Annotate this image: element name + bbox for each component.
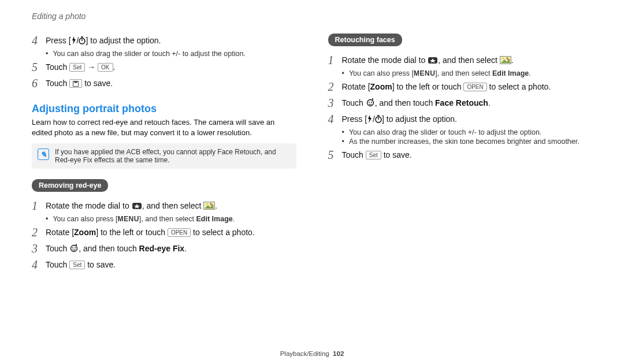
t: Face Retouch <box>435 98 488 107</box>
text: . <box>113 62 116 72</box>
step-text: Rotate [Zoom] to the left or touch OPEN … <box>46 225 255 239</box>
timer-icon <box>79 36 86 44</box>
step-5: 5 Touch Set to save. <box>328 148 593 162</box>
t: Red-eye Fix <box>139 244 185 253</box>
text: Touch <box>46 260 69 269</box>
step-text: Rotate the mode dial to , and then selec… <box>342 53 514 66</box>
save-key <box>69 79 82 88</box>
svg-point-19 <box>367 100 373 106</box>
text: to save. <box>85 260 116 269</box>
text: You can also press [MENU], and then sele… <box>53 215 235 223</box>
step-text: Rotate [Zoom] to the left or touch OPEN … <box>342 80 551 93</box>
note-box: ✎ If you have applied the ACB effect, yo… <box>32 143 296 169</box>
step-4b: 4 Touch Set to save. <box>32 258 296 272</box>
step-number: 4 <box>328 112 336 126</box>
mode-icon <box>428 56 438 64</box>
left-column: 4 Press [/] to adjust the option. You ca… <box>32 31 296 274</box>
svg-marker-22 <box>368 115 372 123</box>
t: . <box>233 215 235 223</box>
step-3: 3 Touch , and then touch Face Retouch. <box>328 96 593 110</box>
footer-section: Playback/Editing <box>280 350 329 357</box>
step-number: 2 <box>32 225 40 239</box>
text: ] to adjust the option. <box>86 36 161 45</box>
bullet: You can also drag the slider or touch +/… <box>46 50 296 58</box>
text: As the number increases, the skin tone b… <box>349 138 580 146</box>
edit-thumbnail-icon <box>500 56 511 64</box>
svg-marker-0 <box>72 36 76 44</box>
text: , and then touch <box>79 244 139 253</box>
step-text: Press [/] to adjust the option. <box>342 112 457 125</box>
step-number: 4 <box>32 34 40 47</box>
edit-thumbnail-icon <box>203 202 215 210</box>
breadcrumb: Editing a photo <box>32 12 592 21</box>
svg-rect-5 <box>75 81 77 83</box>
text: . <box>184 244 187 253</box>
subsection-tag: Retouching faces <box>328 34 402 46</box>
step-text: Press [/] to adjust the option. <box>46 34 161 47</box>
mode-icon <box>132 202 142 210</box>
text: Rotate [ <box>46 228 74 237</box>
text: Touch <box>342 150 366 159</box>
bullet: As the number increases, the skin tone b… <box>342 138 593 146</box>
text: You can also press [MENU], and then sele… <box>349 69 531 77</box>
note-text: If you have applied the ACB effect, you … <box>55 148 291 164</box>
text: . <box>488 98 491 107</box>
two-column-layout: 4 Press [/] to adjust the option. You ca… <box>32 31 592 274</box>
set-key: Set <box>69 63 85 72</box>
step-4: 4 Press [/] to adjust the option. <box>328 112 593 126</box>
bullet: You can also press [MENU], and then sele… <box>46 215 296 223</box>
step-5: 5 Touch Set → OK. <box>32 60 296 74</box>
note-icon: ✎ <box>38 148 49 160</box>
text: ] to the left or touch <box>392 82 464 91</box>
step-4: 4 Press [/] to adjust the option. <box>32 34 296 47</box>
text: Touch <box>46 244 69 253</box>
page-footer: Playback/Editing 102 <box>0 350 624 357</box>
right-column: Retouching faces 1 Rotate the mode dial … <box>328 31 593 274</box>
bullet: You can also press [MENU], and then sele… <box>342 69 593 77</box>
svg-point-12 <box>72 247 73 248</box>
text: to select a photo. <box>487 82 551 91</box>
open-key: OPEN <box>168 228 191 237</box>
text: Press [ <box>46 36 71 45</box>
subsection-tag: Removing red-eye <box>32 179 108 192</box>
step-number: 2 <box>328 80 336 94</box>
section-heading: Adjusting portrait photos <box>32 103 296 115</box>
t: ], and then select <box>435 69 492 77</box>
timer-icon <box>375 115 382 123</box>
step-text: Touch Set to save. <box>342 148 412 161</box>
step-text: Touch , and then touch Face Retouch. <box>342 96 491 109</box>
t: Zoom <box>74 228 96 237</box>
text: Rotate [ <box>342 82 370 91</box>
step-3: 3 Touch , and then touch Red-eye Fix. <box>32 242 296 255</box>
bullet: You can also drag the slider or touch +/… <box>342 128 593 136</box>
text: , and then select <box>438 55 500 65</box>
svg-point-20 <box>369 102 370 103</box>
flash-icon <box>367 115 373 123</box>
step-1: 1 Rotate the mode dial to , and then sel… <box>328 53 593 67</box>
svg-point-11 <box>71 246 77 252</box>
flash-icon <box>71 36 77 44</box>
svg-point-17 <box>502 57 504 60</box>
step-number: 4 <box>32 258 40 272</box>
ok-key: OK <box>98 63 113 72</box>
t: . <box>529 69 530 77</box>
step-number: 3 <box>328 96 336 110</box>
text: Rotate the mode dial to <box>46 201 132 210</box>
open-key: OPEN <box>463 83 486 91</box>
step-text: Touch to save. <box>46 76 113 90</box>
t: Zoom <box>370 82 392 91</box>
text: Touch <box>342 98 366 107</box>
retouch-icon <box>69 243 79 252</box>
step-number: 5 <box>328 148 336 162</box>
step-text: Touch Set to save. <box>46 258 116 271</box>
text: , and then touch <box>375 98 435 107</box>
text: to save. <box>82 79 113 88</box>
menu-key: MENU <box>118 215 139 223</box>
step-number: 6 <box>32 76 40 90</box>
step-6: 6 Touch to save. <box>32 76 296 90</box>
page-number: 102 <box>333 350 344 357</box>
svg-point-13 <box>75 247 76 248</box>
t: You can also press [ <box>53 215 117 223</box>
t: Edit Image <box>196 215 233 223</box>
text: ] to adjust the option. <box>382 114 457 124</box>
